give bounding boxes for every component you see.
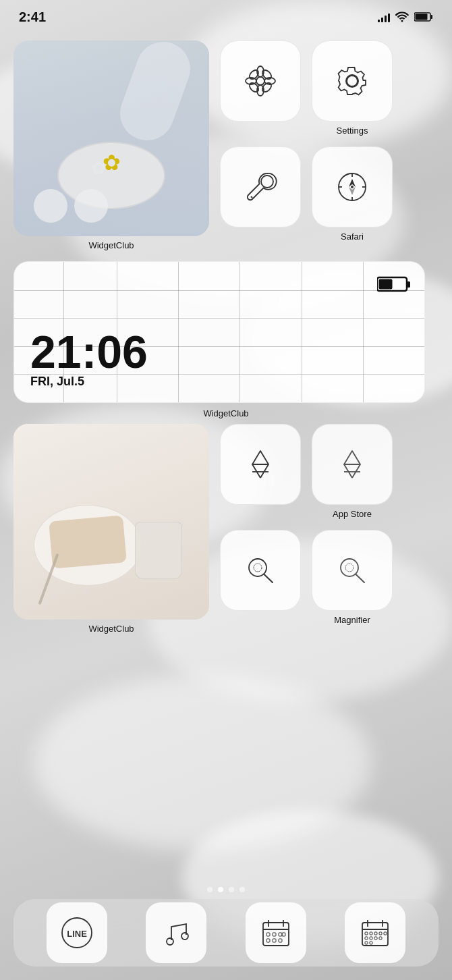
wifi-icon (395, 11, 409, 22)
svg-rect-42 (279, 933, 282, 936)
app-store-label: App Store (333, 509, 372, 519)
svg-point-9 (260, 81, 273, 93)
widgetclub-widget-2[interactable]: WidgetClub (13, 424, 209, 634)
svg-point-10 (260, 68, 273, 80)
magnifier-label: Magnifier (334, 615, 370, 625)
page-dot-2[interactable] (218, 887, 223, 892)
svg-rect-45 (273, 939, 276, 942)
music-app-icon[interactable] (146, 902, 206, 963)
settings-icon (333, 62, 371, 100)
magnifier-icon (242, 551, 279, 589)
svg-rect-23 (379, 279, 393, 290)
svg-rect-43 (282, 933, 285, 936)
flower-app-icon[interactable] (220, 40, 301, 136)
magnifier-icon-2 (333, 551, 371, 589)
svg-point-3 (256, 77, 264, 85)
svg-rect-44 (266, 939, 270, 942)
page-dot-4[interactable] (239, 887, 245, 892)
widgetclub-widget-1[interactable]: ✿ ✿ WidgetClub (13, 40, 209, 250)
wrench-app-icon[interactable] (220, 146, 301, 242)
svg-point-34 (167, 938, 173, 945)
settings-icon-app[interactable]: Settings (312, 40, 393, 136)
widget-battery-icon (377, 275, 411, 293)
svg-text:LINE: LINE (67, 929, 87, 939)
signal-bar-3 (385, 16, 387, 22)
clock-widget[interactable]: 21:06 FRI, Jul.5 (13, 261, 425, 403)
svg-rect-51 (365, 932, 368, 935)
calendar-icon-1 (258, 915, 294, 951)
page-dot-1[interactable] (207, 887, 213, 892)
app-store-icon-2 (333, 445, 371, 483)
svg-rect-1 (431, 15, 433, 19)
dock: LINE (13, 899, 439, 967)
svg-rect-53 (374, 932, 377, 935)
app-store-icon (242, 445, 279, 483)
svg-line-27 (264, 574, 273, 582)
svg-point-28 (254, 564, 262, 572)
signal-bar-4 (388, 13, 390, 22)
battery-icon (414, 12, 433, 22)
svg-rect-57 (370, 937, 372, 940)
safari-label: Safari (341, 232, 364, 242)
widgetclub-label-2: WidgetClub (88, 624, 134, 634)
widget-clock-date: FRI, Jul.5 (30, 375, 408, 389)
svg-rect-22 (407, 281, 410, 288)
safari-app-icon[interactable]: Safari (312, 146, 393, 242)
line-app-icon[interactable]: LINE (47, 902, 107, 963)
svg-rect-59 (379, 937, 382, 940)
signal-bar-1 (378, 20, 380, 22)
svg-rect-58 (374, 937, 377, 940)
magnifier-icon-1[interactable] (220, 530, 301, 625)
svg-line-12 (251, 196, 252, 198)
svg-point-8 (248, 68, 260, 80)
svg-rect-40 (266, 933, 270, 936)
calendar-app-icon-1[interactable] (246, 902, 306, 963)
signal-bar-2 (381, 18, 383, 22)
status-icons (378, 11, 433, 22)
compass-icon (333, 168, 371, 206)
svg-rect-52 (370, 932, 372, 935)
magnifier-icon-2[interactable]: Magnifier (312, 530, 393, 625)
svg-point-31 (345, 564, 354, 572)
widget-clock-time: 21:06 (30, 329, 408, 375)
svg-rect-41 (273, 933, 276, 936)
svg-line-30 (356, 574, 365, 582)
signal-icon (378, 11, 390, 22)
svg-rect-2 (416, 14, 428, 20)
clock-widget-container: 21:06 FRI, Jul.5 WidgetClub (13, 261, 439, 418)
svg-point-35 (181, 933, 188, 940)
status-time: 2:41 (19, 9, 46, 25)
settings-label: Settings (337, 126, 368, 136)
clock-widget-label: WidgetClub (13, 408, 439, 418)
widgetclub-label-1: WidgetClub (88, 240, 134, 250)
second-app-row: WidgetClub (13, 424, 439, 634)
svg-rect-56 (365, 937, 368, 940)
svg-rect-54 (379, 932, 382, 935)
svg-rect-46 (279, 939, 282, 942)
status-bar: 2:41 (0, 0, 452, 34)
music-icon (158, 915, 194, 951)
app-store-icon-1[interactable] (220, 424, 301, 519)
svg-rect-61 (370, 942, 372, 944)
home-screen: ✿ ✿ WidgetClub (0, 34, 452, 899)
line-icon: LINE (59, 915, 95, 951)
wrench-icon (242, 168, 279, 206)
calendar-icon-2 (357, 915, 393, 951)
app-store-icon-2[interactable]: App Store (312, 424, 393, 519)
page-dot-3[interactable] (229, 887, 234, 892)
svg-point-14 (351, 186, 354, 188)
svg-rect-60 (365, 942, 368, 944)
calendar-app-icon-2[interactable] (345, 902, 405, 963)
first-app-row: ✿ ✿ WidgetClub (13, 40, 439, 250)
page-dots (0, 887, 452, 892)
flower-icon (242, 62, 279, 100)
svg-point-11 (248, 81, 260, 93)
svg-rect-55 (384, 932, 387, 935)
